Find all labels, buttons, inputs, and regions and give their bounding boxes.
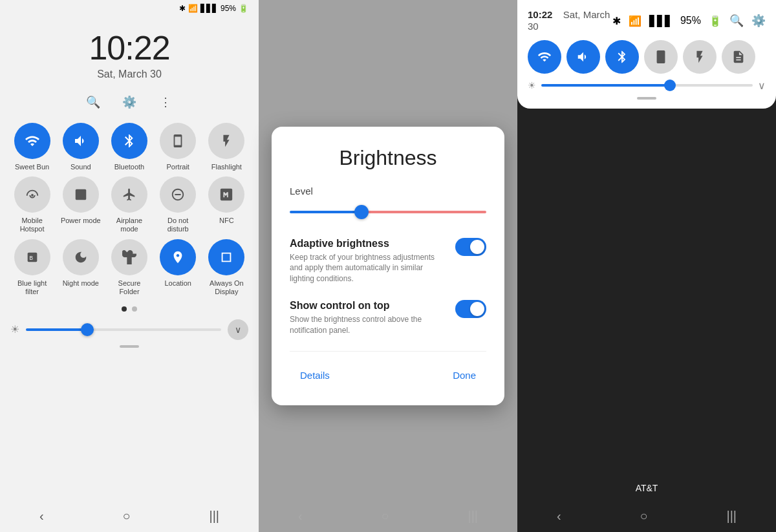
tile-portrait-label: Portrait <box>166 163 189 171</box>
p3-tile-wifi[interactable] <box>528 40 561 74</box>
dialog-footer: Details Done <box>290 351 486 386</box>
tile-airplane-mode[interactable]: Airplane mode <box>107 176 151 233</box>
tile-do-not-disturb[interactable]: Do not disturb <box>156 176 200 233</box>
wifi-tile-icon <box>14 123 50 159</box>
tile-mobile-hotspot-label: Mobile Hotspot <box>10 217 54 233</box>
location-tile-icon <box>160 239 196 275</box>
tile-blue-light[interactable]: B Blue light filter <box>10 239 54 296</box>
b-slider-thumb[interactable] <box>354 205 369 219</box>
tile-secure-folder[interactable]: Secure Folder <box>107 239 151 296</box>
p3-tile-docs[interactable] <box>722 40 755 74</box>
p3-tile-portrait[interactable] <box>644 40 678 74</box>
tile-bluetooth[interactable]: Bluetooth <box>107 123 151 171</box>
battery-status: 95% <box>221 4 236 13</box>
adaptive-brightness-text: Adaptive brightness Keep track of your b… <box>290 238 445 284</box>
panel3-back-button[interactable]: ‹ <box>552 504 566 529</box>
panel3-home-button[interactable]: ○ <box>634 504 652 529</box>
carrier-label: AT&T <box>636 483 658 493</box>
tile-mobile-hotspot[interactable]: Mobile Hotspot <box>10 176 54 233</box>
panel3-sun-icon: ☀ <box>528 80 536 90</box>
show-control-desc: Show the brightness control above the no… <box>290 314 445 336</box>
svg-text:B: B <box>29 255 33 261</box>
tile-nfc[interactable]: NFC <box>205 176 248 233</box>
adaptive-desc: Keep track of your brightness adjustment… <box>290 252 445 284</box>
panel3-recents-button[interactable]: ||| <box>721 504 742 529</box>
panel3-status-icons: ✱ 📶 ▋▋▋ 95% 🔋 🔍 ⚙️ <box>612 14 766 28</box>
panel1-recents-button[interactable]: ||| <box>204 504 224 529</box>
p3-minimize-indicator <box>637 97 656 100</box>
panel3-battery: 95% <box>680 15 701 27</box>
panel2-recents-button[interactable]: ||| <box>462 504 483 529</box>
search-icon[interactable]: 🔍 <box>83 92 103 112</box>
bluetooth-status-icon: ✱ <box>179 4 186 13</box>
panel1-back-button[interactable]: ‹ <box>34 504 49 529</box>
panel3-status-bar: 10:22 Sat, March 30 ✱ 📶 ▋▋▋ 95% 🔋 🔍 ⚙️ <box>528 5 766 35</box>
panel3-minimize-bar <box>528 94 766 101</box>
panel3-wifi-icon: 📶 <box>629 15 641 27</box>
brightness-thumb[interactable] <box>81 323 94 336</box>
panel1-status-bar: ✱ 📶 ▋▋▋ 95% 🔋 <box>0 0 259 16</box>
panel2-nav-bar: ‹ ○ ||| <box>259 500 517 532</box>
minimize-bar <box>120 345 139 348</box>
panel2-home-button[interactable]: ○ <box>376 504 394 529</box>
power-tile-icon <box>63 176 99 213</box>
panel2-back-button[interactable]: ‹ <box>293 504 308 529</box>
chevron-down-icon[interactable]: ∨ <box>758 80 766 92</box>
panel1-home-button[interactable]: ○ <box>117 504 135 529</box>
tile-flashlight[interactable]: Flashlight <box>205 123 248 171</box>
sound-tile-icon <box>63 123 99 159</box>
aod-tile-icon <box>208 239 244 275</box>
p3-slider-thumb[interactable] <box>664 80 676 91</box>
p3-tile-flashlight[interactable] <box>683 40 717 74</box>
tile-sweet-bun[interactable]: Sweet Bun <box>10 123 54 171</box>
panel3-brightness-slider[interactable] <box>541 79 753 92</box>
brightness-title: Brightness <box>290 146 486 170</box>
panel1-minimize <box>0 343 259 350</box>
tile-night-mode[interactable]: Night mode <box>59 239 102 296</box>
panel3-nav-bar: ‹ ○ ||| <box>517 500 776 532</box>
p3-tile-bluetooth[interactable] <box>605 40 639 74</box>
battery-icon: 🔋 <box>239 4 248 13</box>
tile-power-mode-label: Power mode <box>61 217 101 225</box>
done-button[interactable]: Done <box>442 365 486 386</box>
brightness-level-slider[interactable] <box>290 204 486 220</box>
show-control-row: Show control on top Show the brightness … <box>290 300 486 336</box>
panel1-brightness-slider[interactable] <box>26 323 221 336</box>
tile-portrait[interactable]: Portrait <box>156 123 200 171</box>
panel3-top-card: 10:22 Sat, March 30 ✱ 📶 ▋▋▋ 95% 🔋 🔍 ⚙️ <box>517 0 776 109</box>
tile-location[interactable]: Location <box>156 239 200 296</box>
brightness-track <box>26 328 221 331</box>
panel3-search-icon[interactable]: 🔍 <box>729 14 744 28</box>
tile-power-mode[interactable]: Power mode <box>59 176 102 233</box>
tile-location-label: Location <box>164 279 191 288</box>
brightness-dialog: Brightness Level Adaptive brightness Kee… <box>272 127 504 406</box>
portrait-tile-icon <box>160 123 196 159</box>
panel1-quick-controls: 🔍 ⚙️ ⋮ <box>0 87 259 118</box>
more-icon[interactable]: ⋮ <box>155 92 176 112</box>
panel3-settings-icon[interactable]: ⚙️ <box>751 14 766 28</box>
secure-tile-icon <box>111 239 147 275</box>
tile-secure-folder-label: Secure Folder <box>107 279 151 296</box>
adaptive-toggle[interactable] <box>455 238 486 256</box>
tile-dnd-label: Do not disturb <box>156 217 200 233</box>
details-button[interactable]: Details <box>290 365 340 386</box>
tile-sweet-bun-label: Sweet Bun <box>15 163 49 171</box>
tile-sound[interactable]: Sound <box>59 123 102 171</box>
panel1-date: Sat, March 30 <box>0 69 259 80</box>
bluelight-tile-icon: B <box>14 239 50 275</box>
panel3-battery-icon: 🔋 <box>709 15 722 27</box>
tile-nfc-label: NFC <box>219 217 234 225</box>
settings-icon[interactable]: ⚙️ <box>119 92 140 112</box>
bluetooth-tile-icon <box>111 123 147 159</box>
panel2-brightness-overlay: Brightness Level Adaptive brightness Kee… <box>259 0 517 532</box>
tile-always-on[interactable]: Always On Display <box>205 239 248 296</box>
p3-slider-track <box>541 84 753 87</box>
expand-button[interactable]: ∨ <box>228 319 248 340</box>
tile-bluetooth-label: Bluetooth <box>114 163 144 171</box>
page-dots <box>0 301 259 317</box>
nfc-tile-icon <box>208 176 244 213</box>
p3-tile-sound[interactable] <box>566 40 600 74</box>
tile-always-on-label: Always On Display <box>205 279 248 296</box>
show-control-toggle[interactable] <box>455 300 486 318</box>
tile-sound-label: Sound <box>70 163 91 171</box>
